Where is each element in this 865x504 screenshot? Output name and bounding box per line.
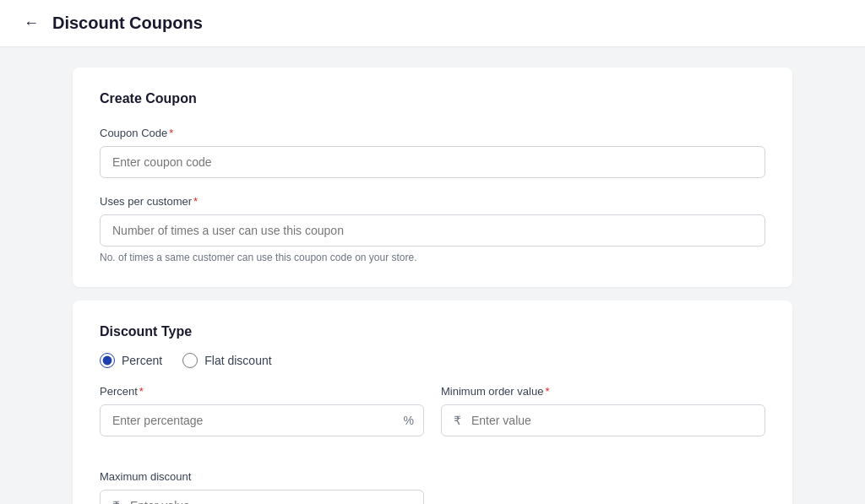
uses-per-customer-group: Uses per customer* No. of times a same c… <box>100 195 765 263</box>
percent-group: Percent* % <box>100 385 424 436</box>
uses-hint: No. of times a same customer can use thi… <box>100 252 765 263</box>
uses-per-customer-input[interactable] <box>100 214 765 247</box>
minimum-order-input[interactable] <box>470 405 764 436</box>
discount-type-title: Discount Type <box>100 324 765 339</box>
percent-min-order-row: Percent* % Minimum order value* ₹ <box>100 385 765 453</box>
maximum-discount-label: Maximum discount <box>100 470 424 483</box>
back-button[interactable]: ← <box>20 11 42 35</box>
create-coupon-card: Create Coupon Coupon Code* Uses per cust… <box>73 68 792 287</box>
radio-flat-label: Flat discount <box>204 354 271 367</box>
radio-option-percent[interactable]: Percent <box>100 353 162 368</box>
radio-percent[interactable] <box>100 353 115 368</box>
max-discount-prefix: ₹ <box>101 490 128 504</box>
min-order-prefix: ₹ <box>442 405 470 436</box>
coupon-code-required: * <box>169 127 173 139</box>
minimum-order-group: Minimum order value* ₹ <box>441 385 765 453</box>
back-icon: ← <box>24 14 39 32</box>
discount-type-radio-group: Percent Flat discount <box>100 353 765 368</box>
page-header: ← Discount Coupons <box>0 0 865 47</box>
minimum-order-input-wrapper: ₹ <box>441 404 765 436</box>
maximum-discount-input[interactable] <box>128 490 423 504</box>
uses-per-customer-label: Uses per customer* <box>100 195 765 208</box>
coupon-code-input[interactable] <box>100 146 765 178</box>
percent-input[interactable] <box>100 404 424 436</box>
page-title: Discount Coupons <box>52 14 203 33</box>
maximum-discount-input-wrapper: ₹ <box>100 490 424 504</box>
discount-type-card: Discount Type Percent Flat discount Perc… <box>73 301 792 504</box>
percent-required: * <box>139 385 144 398</box>
percent-input-wrapper: % <box>100 404 424 436</box>
radio-option-flat[interactable]: Flat discount <box>182 353 271 368</box>
min-order-required: * <box>545 385 549 398</box>
maximum-discount-group: Maximum discount ₹ <box>100 470 424 504</box>
radio-percent-label: Percent <box>122 354 162 367</box>
create-coupon-title: Create Coupon <box>100 91 765 106</box>
coupon-code-label: Coupon Code* <box>100 127 765 139</box>
uses-required: * <box>193 195 198 208</box>
main-content: Create Coupon Coupon Code* Uses per cust… <box>52 47 813 504</box>
coupon-code-group: Coupon Code* <box>100 127 765 178</box>
percent-label: Percent* <box>100 385 424 398</box>
minimum-order-label: Minimum order value* <box>441 385 765 398</box>
radio-flat[interactable] <box>182 353 198 368</box>
